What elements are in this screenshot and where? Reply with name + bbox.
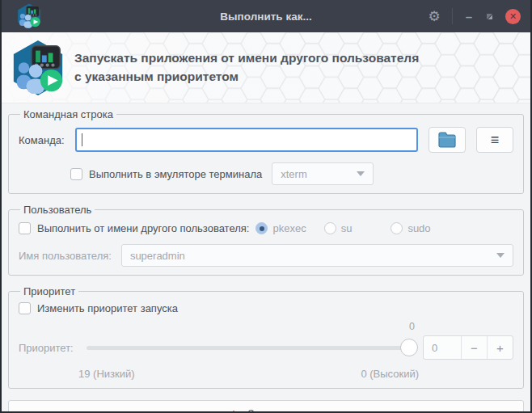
radio-pkexec-label: pkexec: [272, 222, 306, 234]
titlebar-separator: [452, 8, 453, 24]
command-line-group: Командная строка Команда: ≡: [8, 108, 524, 194]
spinbox-increment-button[interactable]: +: [487, 336, 513, 359]
run-button[interactable]: ▶ Запустить: [8, 400, 524, 413]
hamburger-menu-icon: ≡: [491, 133, 500, 147]
username-select[interactable]: superadmin: [121, 244, 513, 267]
priority-spinbox: 0 − +: [423, 335, 513, 360]
dialog-content: Командная строка Команда: ≡: [2, 103, 530, 413]
spinbox-value[interactable]: 0: [424, 336, 461, 359]
play-icon: ▶: [233, 409, 239, 413]
radio-pkexec[interactable]: pkexec: [255, 222, 306, 234]
priority-group: Приоритет Изменить приоритет запуска При…: [8, 285, 524, 389]
spinbox-decrement-button[interactable]: −: [461, 336, 487, 359]
command-label: Команда:: [19, 134, 75, 146]
text-cursor: [82, 133, 82, 146]
app-icon: [16, 3, 42, 29]
user-group: Пользователь Выполнить от имени другого …: [8, 204, 524, 276]
run-as-user-checkbox-label: Выполнить от имени другого пользователя:: [37, 222, 249, 234]
chevron-down-icon: [496, 253, 505, 258]
radio-sudo-label: sudo: [407, 222, 430, 234]
auth-method-radio-group: pkexec su sudo: [255, 222, 430, 234]
terminal-emulator-value: xterm: [281, 168, 307, 180]
run-button-label: Запустить: [248, 407, 299, 413]
radio-su[interactable]: su: [324, 222, 353, 234]
menu-button[interactable]: ≡: [476, 127, 513, 153]
command-line-legend: Командная строка: [20, 108, 116, 120]
radio-sudo-control: [391, 222, 403, 234]
username-label: Имя пользователя:: [19, 250, 112, 262]
command-input[interactable]: [75, 128, 418, 152]
radio-su-control: [324, 222, 336, 234]
priority-high-label: 0 (Высокий): [361, 368, 419, 380]
slider-track[interactable]: [87, 346, 415, 350]
radio-pkexec-control: [255, 222, 268, 234]
priority-label: Приоритет:: [19, 342, 87, 354]
priority-low-label: 19 (Низкий): [78, 368, 135, 380]
dialog-description-line2: с указанным приоритетом: [74, 68, 419, 86]
radio-sudo[interactable]: sudo: [391, 222, 430, 234]
username-value: superadmin: [130, 250, 185, 262]
run-as-user-checkbox[interactable]: [19, 222, 31, 234]
change-priority-checkbox-label: Изменить приоритет запуска: [37, 302, 178, 314]
settings-gear-icon[interactable]: ⚙: [428, 10, 440, 23]
terminal-checkbox-label: Выполнить в эмуляторе терминала: [89, 168, 262, 180]
radio-su-label: su: [341, 222, 353, 234]
app-icon-large: [10, 40, 66, 96]
dialog-description-line1: Запускать приложения от имени другого по…: [74, 49, 419, 67]
minimize-button[interactable]: –: [464, 11, 474, 23]
dialog-description: Запускать приложения от имени другого по…: [74, 49, 419, 86]
priority-slider[interactable]: 0: [87, 335, 415, 360]
close-button[interactable]: ✕: [505, 9, 521, 24]
browse-file-button[interactable]: [429, 127, 466, 153]
priority-legend: Приоритет: [20, 285, 78, 297]
run-as-dialog: Выполнить как... ⚙ – ✕: [0, 0, 532, 413]
terminal-emulator-select[interactable]: xterm: [272, 162, 374, 185]
folder-icon: [437, 131, 457, 149]
titlebar: Выполнить как... ⚙ – ✕: [2, 0, 530, 32]
slider-value: 0: [409, 321, 415, 332]
chevron-down-icon: [357, 171, 365, 176]
priority-scale: 19 (Низкий) 0 (Высокий): [19, 368, 513, 380]
terminal-checkbox[interactable]: [70, 168, 82, 180]
user-legend: Пользователь: [20, 204, 95, 216]
header: Запускать приложения от имени другого по…: [2, 32, 530, 103]
restore-button[interactable]: [485, 12, 494, 21]
slider-handle[interactable]: [400, 339, 418, 356]
change-priority-checkbox[interactable]: [19, 302, 31, 314]
